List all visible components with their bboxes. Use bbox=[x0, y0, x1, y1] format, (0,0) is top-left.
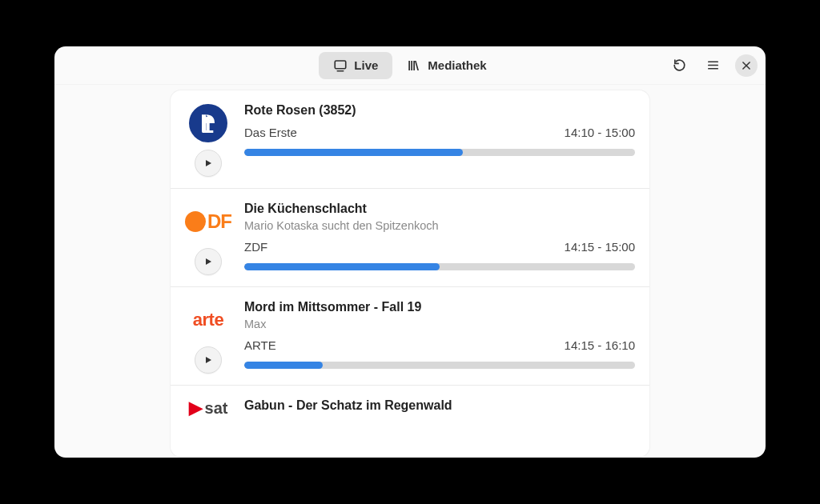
channel-logo-arte: arte bbox=[186, 300, 231, 340]
svg-text:1: 1 bbox=[201, 111, 214, 136]
meta-row: ZDF 14:15 - 15:00 bbox=[244, 240, 635, 254]
hamburger-icon bbox=[706, 58, 720, 72]
svg-marker-12 bbox=[206, 258, 211, 265]
app-window: Live Mediathek bbox=[54, 46, 766, 458]
svg-rect-2 bbox=[409, 61, 411, 70]
menu-button[interactable] bbox=[701, 54, 724, 77]
play-button[interactable] bbox=[195, 248, 222, 275]
tab-mediathek-label: Mediathek bbox=[428, 58, 486, 72]
row-info: Die Küchenschlacht Mario Kotaska sucht d… bbox=[244, 202, 635, 275]
refresh-button[interactable] bbox=[668, 54, 690, 77]
play-button[interactable] bbox=[195, 346, 222, 374]
close-button[interactable] bbox=[735, 54, 758, 77]
progress-bar bbox=[244, 263, 635, 270]
meta-row: ARTE 14:15 - 16:10 bbox=[244, 338, 635, 352]
channel-row: 1 Rote Rosen (3852) Das Erste 14:10 - 15… bbox=[171, 90, 649, 189]
svg-marker-13 bbox=[206, 357, 211, 363]
play-icon bbox=[203, 355, 213, 365]
program-title: Mord im Mittsommer - Fall 19 bbox=[244, 300, 635, 314]
channel-list: 1 Rote Rosen (3852) Das Erste 14:10 - 15… bbox=[170, 90, 650, 458]
progress-fill bbox=[244, 362, 323, 369]
tab-live-label: Live bbox=[354, 58, 378, 72]
view-switcher: Live Mediathek bbox=[319, 52, 500, 79]
header-actions bbox=[668, 46, 758, 84]
program-title: Die Küchenschlacht bbox=[244, 202, 635, 216]
row-left: arte bbox=[183, 300, 233, 374]
program-subtitle: Mario Kotaska sucht den Spitzenkoch bbox=[244, 219, 635, 232]
row-info: Gabun - Der Schatz im Regenwald bbox=[244, 398, 635, 418]
play-icon bbox=[203, 257, 213, 266]
header-bar: Live Mediathek bbox=[54, 46, 766, 85]
row-info: Rote Rosen (3852) Das Erste 14:10 - 15:0… bbox=[244, 103, 635, 177]
close-icon bbox=[741, 60, 752, 71]
progress-bar bbox=[244, 149, 635, 156]
program-time: 14:10 - 15:00 bbox=[565, 126, 635, 139]
channel-name: ZDF bbox=[244, 240, 267, 254]
program-time: 14:15 - 16:10 bbox=[565, 338, 635, 352]
tab-mediathek[interactable]: Mediathek bbox=[392, 52, 500, 79]
program-title: Gabun - Der Schatz im Regenwald bbox=[244, 398, 635, 413]
library-icon bbox=[407, 58, 421, 73]
channel-name: ARTE bbox=[244, 338, 276, 352]
channel-row: DF Die Küchenschlacht Mario Kotaska such… bbox=[171, 189, 649, 287]
play-button[interactable] bbox=[195, 150, 222, 177]
row-info: Mord im Mittsommer - Fall 19 Max ARTE 14… bbox=[244, 300, 635, 374]
row-left: DF bbox=[183, 202, 233, 275]
row-left: ▶sat bbox=[183, 398, 233, 418]
channel-name: Das Erste bbox=[244, 126, 297, 139]
svg-rect-4 bbox=[414, 61, 416, 70]
meta-row: Das Erste 14:10 - 15:00 bbox=[244, 126, 635, 139]
monitor-icon bbox=[333, 58, 348, 73]
progress-bar bbox=[244, 362, 635, 369]
channel-row: arte Mord im Mittsommer - Fall 19 Max AR… bbox=[171, 287, 649, 386]
program-subtitle: Max bbox=[244, 318, 635, 330]
program-time: 14:15 - 15:00 bbox=[565, 240, 635, 254]
channel-logo-3sat: ▶sat bbox=[186, 398, 231, 418]
svg-rect-3 bbox=[412, 61, 413, 70]
progress-fill bbox=[244, 263, 440, 270]
channel-logo-zdf: DF bbox=[186, 202, 231, 242]
progress-fill bbox=[244, 149, 463, 156]
play-icon bbox=[203, 158, 213, 168]
svg-rect-0 bbox=[336, 61, 347, 69]
svg-marker-11 bbox=[206, 160, 211, 166]
content-area: 1 Rote Rosen (3852) Das Erste 14:10 - 15… bbox=[54, 85, 766, 458]
refresh-icon bbox=[673, 58, 686, 72]
channel-logo-ard: 1 bbox=[186, 103, 231, 143]
channel-row: ▶sat Gabun - Der Schatz im Regenwald bbox=[171, 386, 649, 418]
tab-live[interactable]: Live bbox=[319, 52, 392, 79]
row-left: 1 bbox=[183, 103, 233, 177]
program-title: Rote Rosen (3852) bbox=[244, 103, 635, 118]
